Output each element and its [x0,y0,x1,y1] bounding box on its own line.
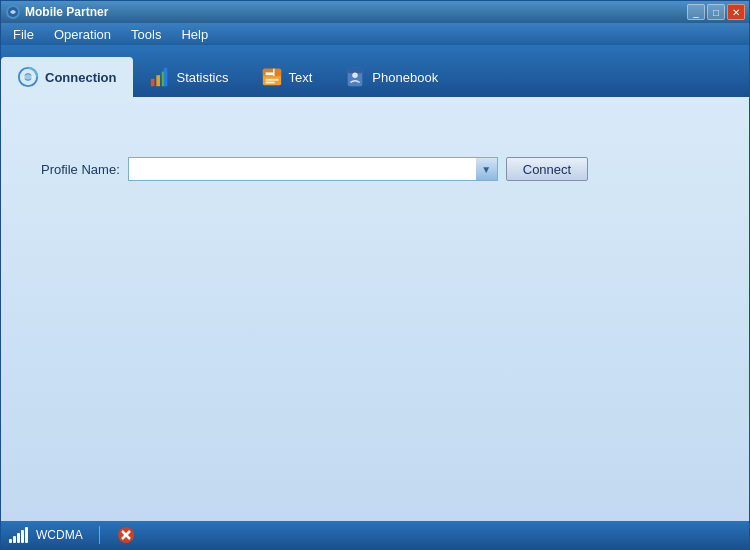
profile-name-dropdown[interactable] [128,157,498,181]
disconnect-icon [116,525,136,545]
tab-phonebook[interactable]: Phonebook [328,57,454,97]
status-bar: WCDMA [1,521,749,549]
title-bar: Mobile Partner _ □ ✕ [1,1,749,23]
statistics-tab-icon [149,66,171,88]
tab-text-label: Text [289,70,313,85]
main-content: Profile Name: ▼ Connect [1,97,749,549]
tab-statistics[interactable]: Statistics [133,57,245,97]
tab-text[interactable]: Text [245,57,329,97]
svg-rect-10 [265,79,278,81]
svg-rect-12 [265,72,272,75]
close-button[interactable]: ✕ [727,4,745,20]
app-icon [5,4,21,20]
menu-bar: File Operation Tools Help [1,23,749,45]
phonebook-tab-icon [344,66,366,88]
connect-button[interactable]: Connect [506,157,588,181]
application-window: Mobile Partner _ □ ✕ File Operation Tool… [0,0,750,550]
tab-connection-label: Connection [45,70,117,85]
tab-statistics-label: Statistics [177,70,229,85]
svg-rect-11 [265,82,274,84]
svg-rect-7 [163,68,167,86]
connection-tab-icon [17,66,39,88]
svg-rect-4 [150,79,154,86]
svg-point-15 [353,72,359,78]
menu-file[interactable]: File [5,25,42,44]
text-tab-icon [261,66,283,88]
maximize-button[interactable]: □ [707,4,725,20]
window-title: Mobile Partner [25,5,108,19]
profile-name-label: Profile Name: [41,162,120,177]
menu-operation[interactable]: Operation [46,25,119,44]
tab-phonebook-label: Phonebook [372,70,438,85]
network-status-text: WCDMA [36,528,83,542]
minimize-button[interactable]: _ [687,4,705,20]
menu-tools[interactable]: Tools [123,25,169,44]
title-bar-left: Mobile Partner [5,4,108,20]
tab-bar: Connection Statistics [1,45,749,97]
tab-connection[interactable]: Connection [1,57,133,97]
menu-help[interactable]: Help [173,25,216,44]
profile-row: Profile Name: ▼ Connect [41,157,588,181]
title-controls: _ □ ✕ [687,4,745,20]
svg-rect-5 [156,75,160,86]
signal-strength-icon [9,527,28,543]
profile-select-wrapper: ▼ [128,157,498,181]
status-bar-divider [99,526,100,544]
dropdown-arrow-icon[interactable]: ▼ [476,157,498,181]
